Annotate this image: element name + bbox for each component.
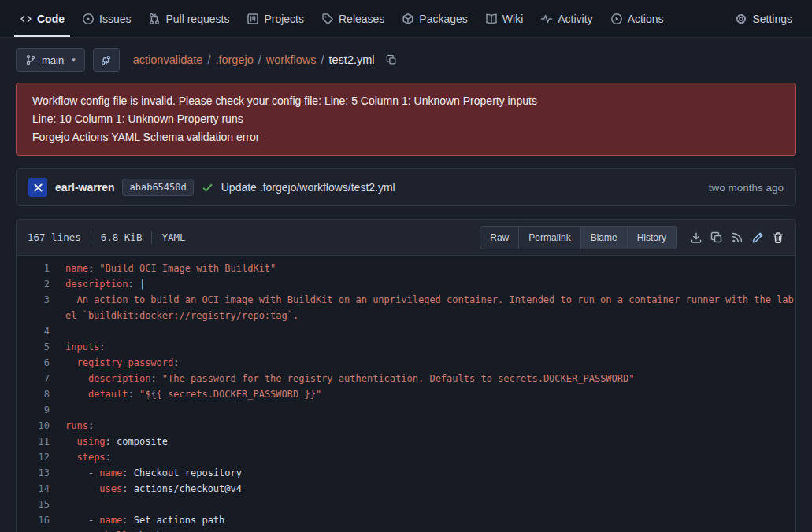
tab-activity[interactable]: Activity	[533, 0, 599, 37]
tab-code[interactable]: Code	[13, 0, 72, 37]
code-token: :	[173, 357, 179, 368]
raw-button[interactable]: Raw	[480, 226, 519, 249]
file-header: 167 lines 6.8 KiB YAML RawPermalinkBlame…	[17, 220, 795, 256]
line-content	[65, 497, 795, 512]
download-icon[interactable]	[690, 231, 703, 244]
compare-button[interactable]	[93, 48, 120, 72]
line-content: shell: bash	[65, 528, 795, 532]
code-line: 13 - name: Checkout repository	[17, 465, 795, 481]
code-token: :	[99, 342, 105, 353]
git-branch-icon	[25, 54, 36, 65]
code-line: 15	[17, 497, 795, 512]
chevron-down-icon: ▾	[72, 56, 76, 64]
file-view-buttons: RawPermalinkBlameHistory	[480, 226, 677, 249]
gear-icon	[735, 13, 747, 25]
book-icon	[485, 13, 498, 25]
copy-path-icon[interactable]	[386, 54, 397, 65]
breadcrumb-segment--forgejo[interactable]: .forgejo	[215, 54, 253, 66]
code-token	[65, 373, 88, 384]
tab-actions[interactable]: Actions	[603, 0, 671, 37]
tab-wiki[interactable]: Wiki	[478, 0, 530, 37]
blame-button[interactable]: Blame	[581, 226, 628, 249]
history-button[interactable]: History	[628, 226, 677, 249]
file-size: 6.8 KiB	[101, 231, 143, 243]
permalink-button[interactable]: Permalink	[519, 226, 580, 249]
tab-settings[interactable]: Settings	[728, 0, 799, 37]
branch-selector[interactable]: main ▾	[16, 48, 85, 72]
repo-tabs-right: Settings	[726, 0, 801, 37]
avatar[interactable]	[28, 178, 47, 197]
code-token: :	[128, 389, 139, 400]
code-token	[65, 483, 99, 494]
code-icon	[20, 13, 32, 25]
alert-message-line: Forgejo Actions YAML Schema validation e…	[32, 129, 780, 146]
line-number[interactable]: 7	[17, 371, 65, 386]
line-number[interactable]: 14	[17, 481, 65, 497]
file-toolbar-row: main ▾ actionvalidate/.forgejo/workflows…	[16, 48, 796, 72]
code-token: default	[88, 389, 128, 400]
line-content	[65, 323, 795, 339]
tab-projects[interactable]: Projects	[239, 0, 311, 37]
line-number[interactable]: 13	[17, 465, 65, 481]
code-token	[65, 357, 76, 368]
commit-sha-badge[interactable]: abab65450d	[122, 179, 193, 196]
line-number[interactable]: 1	[17, 260, 65, 276]
tab-pull-requests[interactable]: Pull requests	[141, 0, 236, 37]
line-number[interactable]: 6	[17, 355, 65, 371]
repo-tab-bar: CodeIssuesPull requestsProjectsReleasesP…	[0, 0, 812, 38]
line-number[interactable]: 12	[17, 449, 65, 465]
code-line: 14 uses: actions/checkout@v4	[17, 481, 795, 497]
repo-tabs: CodeIssuesPull requestsProjectsReleasesP…	[11, 0, 673, 37]
line-number[interactable]: 4	[17, 323, 65, 339]
code-token: actions/checkout@v4	[134, 483, 242, 494]
code-token: steps	[76, 452, 105, 463]
line-content: using: composite	[65, 434, 795, 449]
commit-author[interactable]: earl-warren	[55, 181, 114, 194]
commit-message[interactable]: Update .forgejo/workflows/test2.yml	[221, 181, 395, 194]
line-number[interactable]: 5	[17, 339, 65, 355]
line-content: name: "Build OCI Image with BuildKit"	[65, 260, 795, 276]
line-number[interactable]: 11	[17, 434, 65, 449]
code-token: -	[65, 467, 99, 478]
tab-label: Actions	[628, 13, 664, 25]
line-content	[65, 402, 795, 418]
line-number[interactable]: 16	[17, 512, 65, 528]
file-action-icons	[690, 231, 784, 244]
code-token: :	[88, 420, 94, 431]
commit-status-check-icon[interactable]	[202, 182, 213, 194]
tab-issues[interactable]: Issues	[75, 0, 138, 37]
line-number[interactable]: 8	[17, 386, 65, 402]
line-number[interactable]: 3	[17, 292, 65, 323]
code-token: :	[122, 483, 133, 494]
edit-icon[interactable]	[751, 231, 764, 244]
code-token: An action to build an OCI image with Bui…	[65, 294, 794, 321]
code-line: 11 using: composite	[17, 434, 795, 449]
line-content: description: "The password for the regis…	[65, 371, 795, 386]
code-line: 9	[17, 402, 795, 418]
line-number[interactable]: 10	[17, 418, 65, 434]
delete-icon[interactable]	[772, 231, 784, 244]
line-number[interactable]: 9	[17, 402, 65, 418]
code-token: |	[139, 279, 145, 290]
copy-icon[interactable]	[710, 231, 723, 244]
line-number[interactable]: 2	[17, 276, 65, 292]
error-alert: Workflow config file is invalid. Please …	[16, 83, 796, 156]
rss-icon[interactable]	[731, 231, 743, 244]
line-number[interactable]: 17	[17, 528, 65, 532]
tab-label: Wiki	[502, 13, 523, 25]
code-token: runs	[65, 420, 88, 431]
package-icon	[402, 13, 414, 25]
breadcrumb-segment-workflows[interactable]: workflows	[266, 54, 317, 66]
tab-packages[interactable]: Packages	[395, 0, 474, 37]
page: CodeIssuesPull requestsProjectsReleasesP…	[0, 0, 812, 532]
line-number[interactable]: 15	[17, 497, 65, 512]
line-content: runs:	[65, 418, 795, 434]
code-line: 4	[17, 323, 795, 339]
code-token: Set actions path	[134, 515, 225, 526]
code-line: 2description: |	[17, 276, 795, 292]
breadcrumb-segment-actionvalidate[interactable]: actionvalidate	[133, 54, 203, 66]
line-content: steps:	[65, 449, 795, 465]
tab-releases[interactable]: Releases	[314, 0, 391, 37]
git-compare-icon	[100, 54, 112, 66]
tab-label: Pull requests	[165, 13, 229, 25]
